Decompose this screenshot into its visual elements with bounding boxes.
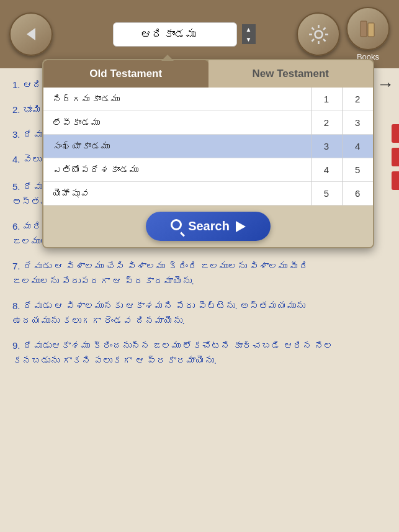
svg-point-1 — [315, 30, 322, 38]
bookmark-tab-3[interactable] — [392, 171, 399, 190]
svg-rect-11 — [368, 23, 374, 37]
stepper-up[interactable]: ▲ — [242, 24, 256, 34]
book-col1: 5 — [311, 182, 342, 205]
dropdown-pointer — [161, 55, 174, 61]
verse-7: 7. దేవుడు ఆ విశాలము చేసి విశాలము క్రింది… — [12, 259, 387, 289]
book-col2: 2 — [342, 88, 373, 111]
search-bar: Search — [43, 205, 373, 247]
books-icon — [357, 18, 379, 40]
tab-old-testament[interactable]: Old Testament — [43, 60, 208, 88]
search-icon — [171, 219, 182, 233]
bookmark-tab-1[interactable] — [392, 124, 399, 143]
verse-9: 9. దేవుడుఆకాశము క్రిందనున్న జలము లోకచోటన… — [12, 338, 387, 368]
book-selector[interactable]: ఆదికాండము — [113, 22, 237, 47]
svg-line-9 — [312, 39, 314, 42]
table-row-selected[interactable]: సంఖ్యాకాండము 3 4 — [43, 135, 373, 158]
back-button[interactable] — [9, 12, 53, 56]
svg-line-7 — [323, 39, 326, 42]
book-name-cell: సంఖ్యాకాండము — [43, 135, 311, 158]
search-label: Search — [188, 219, 230, 233]
book-col2: 4 — [342, 135, 373, 158]
settings-icon — [308, 24, 330, 45]
next-arrow[interactable]: → — [377, 74, 394, 94]
table-row[interactable]: లేవీకాండము 2 3 — [43, 111, 373, 135]
book-col1: 4 — [311, 158, 342, 182]
bookmark-tab-2[interactable] — [392, 148, 399, 166]
book-col2: 6 — [342, 182, 373, 205]
book-stepper: ▲ ▼ — [242, 24, 256, 44]
svg-marker-0 — [27, 28, 35, 40]
table-row[interactable]: యెహోషువ 5 6 — [43, 182, 373, 205]
settings-button[interactable] — [297, 12, 340, 56]
book-name-cell: లేవీకాండము — [43, 111, 311, 135]
svg-line-8 — [323, 27, 326, 30]
search-button[interactable]: Search — [146, 212, 271, 241]
books-button[interactable]: Books — [346, 7, 390, 61]
play-icon — [236, 221, 246, 232]
book-col1: 1 — [311, 88, 342, 111]
book-name-cell: యెహోషువ — [43, 182, 311, 205]
current-book: ఆదికాండము — [141, 28, 196, 41]
toolbar-center: ఆదికాండము ▲ ▼ — [113, 22, 237, 47]
books-table: నిర్గమకాండము 1 2 లేవీకాండము 2 3 సంఖ్యాకా… — [43, 88, 373, 205]
svg-rect-10 — [361, 21, 367, 37]
book-col2: 5 — [342, 158, 373, 182]
toolbar: ఆదికాండము ▲ ▼ — [0, 0, 399, 68]
table-row[interactable]: ఎతియోపదేశకాండము 4 5 — [43, 158, 373, 182]
tab-bar: Old Testament New Testament — [43, 60, 373, 88]
tab-new-testament[interactable]: New Testament — [208, 60, 374, 88]
back-icon — [22, 25, 40, 43]
bookmark-tabs — [392, 124, 399, 190]
books-dropdown: Old Testament New Testament నిర్గమకాండము… — [42, 59, 374, 248]
book-col1: 3 — [311, 135, 342, 158]
stepper-down[interactable]: ▼ — [242, 34, 256, 44]
book-col1: 2 — [311, 111, 342, 135]
book-name-cell: నిర్గమకాండము — [43, 88, 311, 111]
book-name-cell: ఎతియోపదేశకాండము — [43, 158, 311, 182]
books-icon-btn — [346, 7, 390, 50]
table-row[interactable]: నిర్గమకాండము 1 2 — [43, 88, 373, 111]
book-col2: 3 — [342, 111, 373, 135]
svg-line-6 — [312, 27, 314, 30]
books-table-wrapper: నిర్గమకాండము 1 2 లేవీకాండము 2 3 సంఖ్యాకా… — [43, 88, 373, 205]
book-selector-wrapper: ఆదికాండము ▲ ▼ — [113, 22, 237, 47]
verse-8: 8. దేవుడు ఆ విశాలమునకు ఆకాశమని పేరు పెట్… — [12, 299, 387, 328]
